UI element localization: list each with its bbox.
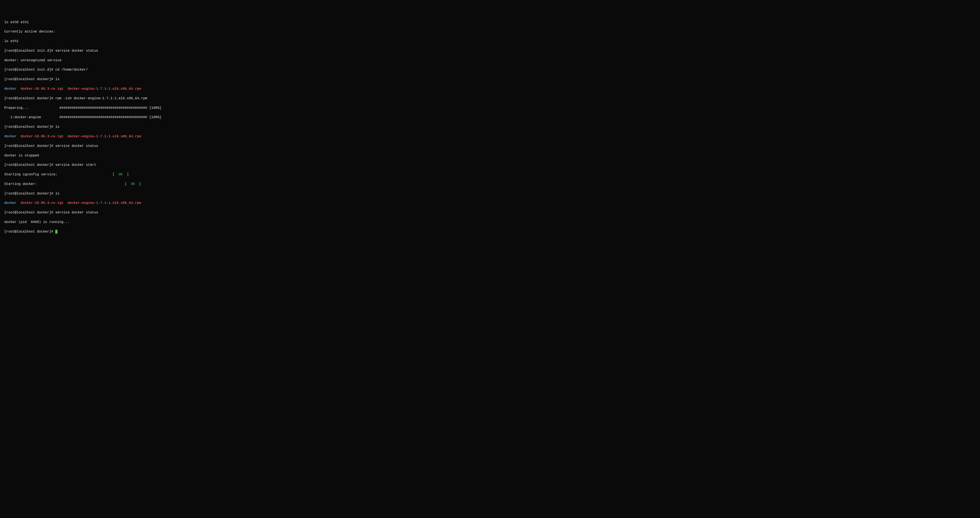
archive-file: docker-18.06.3-ce.tgz: [17, 87, 68, 91]
archive-file: docker-18.06.3-ce.tgz: [17, 135, 68, 138]
archive-file: docker-18.06.3-ce.tgz: [17, 201, 68, 205]
service-status-line: Starting docker: [ OK ]: [4, 182, 976, 186]
terminal-line: lo eth0 eth1: [4, 20, 976, 25]
output-text: Currently active devices:: [4, 30, 55, 33]
terminal-line: [root@localhost docker]# ls: [4, 77, 976, 82]
terminal-line: [root@localhost docker]# ls: [4, 191, 976, 196]
directory-name: docker: [4, 87, 17, 91]
ls-output: docker docker-18.06.3-ce.tgz docker-engi…: [4, 134, 976, 139]
directory-name: docker: [4, 135, 17, 138]
bracket-open: [: [125, 182, 131, 186]
shell-prompt: [root@localhost docker]#: [4, 230, 55, 234]
shell-prompt: [root@localhost docker]#: [4, 97, 55, 100]
output-text: docker: unrecognized service: [4, 59, 62, 62]
shell-prompt: [root@localhost docker]#: [4, 211, 55, 215]
terminal-line: docker: unrecognized service: [4, 58, 976, 63]
command-text: ls: [55, 77, 59, 81]
bracket-close: ]: [135, 182, 141, 186]
directory-name: docker: [4, 201, 17, 205]
service-label: Starting docker:: [4, 182, 125, 186]
service-status-line: Starting cgconfig service: [ OK ]: [4, 172, 976, 177]
ls-output: docker docker-18.06.3-ce.tgz docker-engi…: [4, 86, 976, 91]
terminal-line: docker is stopped: [4, 153, 976, 158]
shell-prompt: [root@localhost docker]#: [4, 192, 55, 195]
rpm-file: docker-engine-1.7.1-1.el6.x86_64.rpm: [68, 201, 141, 205]
output-text: lo eth0 eth1: [4, 21, 29, 24]
shell-prompt: [root@localhost docker]#: [4, 163, 55, 167]
shell-prompt: [root@localhost docker]#: [4, 144, 55, 148]
progress-bar: ########################################…: [59, 115, 161, 119]
status-ok: OK: [131, 182, 135, 186]
status-ok: OK: [119, 173, 123, 176]
terminal-line[interactable]: [root@localhost docker]#: [4, 229, 976, 234]
rpm-file: docker-engine-1.7.1-1.el6.x86_64.rpm: [68, 87, 141, 91]
terminal-line: [root@localhost docker]# service docker …: [4, 210, 976, 215]
cursor-icon[interactable]: [55, 230, 57, 234]
terminal-line: Currently active devices:: [4, 29, 976, 34]
command-text: ls: [55, 125, 59, 129]
shell-prompt: [root@localhost docker]#: [4, 125, 55, 129]
terminal-line: [root@localhost docker]# ls: [4, 125, 976, 129]
rpm-progress-line: Preparing... ###########################…: [4, 106, 976, 110]
terminal-line: [root@localhost init.d]# cd /home/docker…: [4, 67, 976, 72]
terminal-line: [root@localhost init.d]# service docker …: [4, 48, 976, 53]
shell-prompt: [root@localhost init.d]#: [4, 68, 55, 72]
command-text: service docker status: [55, 49, 98, 53]
ls-output: docker docker-18.06.3-ce.tgz docker-engi…: [4, 201, 976, 205]
terminal-line: lo eth1: [4, 39, 976, 44]
output-text: lo eth1: [4, 39, 19, 43]
rpm-progress-line: 1:docker-engine ########################…: [4, 115, 976, 120]
terminal-line: [root@localhost docker]# service docker …: [4, 144, 976, 148]
shell-prompt: [root@localhost init.d]#: [4, 49, 55, 53]
command-text: rpm -ivh docker-engine-1.7.1-1.el6.x86_6…: [55, 97, 147, 100]
rpm-label: Preparing...: [4, 106, 59, 110]
command-text: service docker status: [55, 144, 98, 148]
command-text: service docker start: [55, 163, 96, 167]
bracket-close: ]: [123, 173, 129, 176]
command-text: ls: [55, 192, 59, 195]
rpm-label: 1:docker-engine: [4, 115, 59, 119]
rpm-file: docker-engine-1.7.1-1.el6.x86_64.rpm: [68, 135, 141, 138]
output-text: docker is stopped: [4, 154, 39, 157]
progress-bar: ########################################…: [59, 106, 161, 110]
output-text: docker (pid 9468) is running...: [4, 220, 70, 224]
command-text: cd /home/docker/: [55, 68, 88, 72]
bracket-open: [: [113, 173, 119, 176]
shell-prompt: [root@localhost docker]#: [4, 77, 55, 81]
terminal-line: [root@localhost docker]# service docker …: [4, 163, 976, 167]
terminal-line: [root@localhost docker]# rpm -ivh docker…: [4, 96, 976, 101]
terminal-line: docker (pid 9468) is running...: [4, 220, 976, 224]
command-text: service docker status: [55, 211, 98, 215]
service-label: Starting cgconfig service:: [4, 173, 113, 176]
